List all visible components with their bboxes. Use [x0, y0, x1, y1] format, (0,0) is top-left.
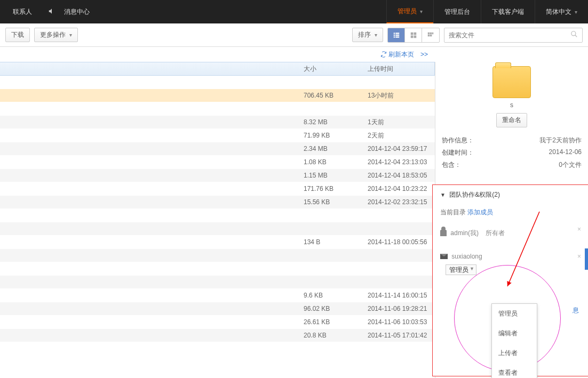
- more-actions-button[interactable]: 更多操作 ▾: [34, 28, 78, 42]
- sort-button[interactable]: 排序 ▾: [352, 28, 383, 42]
- search-input[interactable]: [449, 31, 570, 39]
- role-option-editor[interactable]: 编辑者: [492, 324, 537, 343]
- table-row[interactable]: 71.99 KB2天前: [0, 129, 435, 142]
- cell-time: 13小时前: [365, 91, 435, 100]
- view-grid-button[interactable]: [405, 28, 422, 42]
- col-size-header[interactable]: 大小: [301, 62, 365, 75]
- user-icon: [440, 230, 447, 236]
- svg-rect-7: [414, 32, 416, 35]
- table-row[interactable]: [0, 262, 435, 276]
- current-dir-label: 当前目录: [440, 208, 466, 216]
- svg-line-16: [575, 35, 577, 37]
- table-row[interactable]: 9.6 KB2014-11-14 16:00:15: [0, 289, 435, 302]
- cell-size: 1.15 MB: [301, 172, 365, 179]
- tab-admin[interactable]: 管理员 ▾: [386, 0, 433, 23]
- toolbar: 下载 更多操作 ▾ 排序 ▾: [0, 23, 588, 47]
- folder-name: s: [435, 101, 588, 109]
- table-row[interactable]: 171.76 KB2014-12-04 10:23:22: [0, 182, 435, 196]
- role-option-viewer[interactable]: 查看者: [492, 363, 537, 378]
- collab-header[interactable]: ▼ 团队协作&权限(2): [440, 190, 581, 199]
- cell-time: 2014-12-04 23:13:03: [365, 158, 435, 166]
- svg-rect-9: [414, 35, 416, 38]
- svg-rect-14: [430, 34, 432, 36]
- more-actions-label: 更多操作: [40, 31, 66, 38]
- member-role: 所有者: [486, 229, 505, 238]
- role-option-uploader[interactable]: 上传者: [492, 343, 537, 363]
- cell-size: 96.02 KB: [301, 305, 365, 312]
- remove-member-button[interactable]: ×: [577, 226, 581, 233]
- search-box[interactable]: [444, 28, 583, 43]
- info-badge[interactable]: 息: [573, 306, 579, 315]
- table-row[interactable]: 8.32 MB1天前: [0, 116, 435, 129]
- chevron-down-icon: ▾: [575, 9, 577, 15]
- file-list-area: 大小 上传时间 706.45 KB13小时前8.32 MB1天前71.99 KB…: [0, 62, 435, 378]
- refresh-link[interactable]: 刷新本页: [380, 50, 414, 59]
- message-center-link[interactable]: 消息中心: [64, 7, 90, 17]
- view-large-button[interactable]: [422, 28, 439, 42]
- contacts-link[interactable]: 联系人: [13, 7, 32, 17]
- collab-info-label: 协作信息：: [442, 136, 474, 145]
- cell-time: 2014-12-04 10:23:22: [365, 185, 435, 192]
- add-member-link[interactable]: 添加成员: [467, 208, 493, 216]
- table-row[interactable]: 96.02 KB2014-11-06 19:28:21: [0, 302, 435, 316]
- view-toggle: [387, 28, 440, 43]
- view-list-button[interactable]: [388, 28, 405, 42]
- table-row[interactable]: 706.45 KB13小时前: [0, 89, 435, 102]
- refresh-expand-link[interactable]: >>: [420, 51, 428, 58]
- details-panel: s 重命名 协作信息：我于2天前协作 创建时间：2014-12-06 包含：0个…: [435, 62, 588, 378]
- cell-size: 15.56 KB: [301, 198, 365, 206]
- table-row[interactable]: 134 B2014-11-18 00:05:56: [0, 236, 435, 249]
- download-button[interactable]: 下载: [5, 28, 30, 42]
- table-row[interactable]: 1.08 KB2014-12-04 23:13:03: [0, 156, 435, 169]
- svg-line-17: [507, 212, 539, 286]
- svg-point-15: [571, 31, 576, 36]
- chevron-down-icon: ▼: [470, 266, 474, 271]
- table-row[interactable]: [0, 276, 435, 289]
- table-row[interactable]: [0, 222, 435, 236]
- cell-size: 20.8 KB: [301, 332, 365, 339]
- header-right: 管理员 ▾ 管理后台 下载客户端 简体中文 ▾: [386, 0, 588, 23]
- table-row[interactable]: [0, 102, 435, 116]
- refresh-row: 刷新本页 >>: [0, 47, 588, 62]
- content-area: 大小 上传时间 706.45 KB13小时前8.32 MB1天前71.99 KB…: [0, 62, 588, 378]
- table-row[interactable]: 2.34 MB2014-12-04 23:59:17: [0, 142, 435, 156]
- table-row[interactable]: 1.15 MB2014-12-04 18:53:05: [0, 169, 435, 182]
- table-row[interactable]: [0, 76, 435, 89]
- chevron-down-icon: ▾: [420, 9, 423, 14]
- cell-time: 2014-12-04 23:59:17: [365, 145, 435, 152]
- tab-backend[interactable]: 管理后台: [433, 0, 481, 23]
- svg-rect-2: [393, 34, 394, 35]
- cell-time: 2014-11-05 17:01:42: [365, 332, 435, 339]
- search-icon[interactable]: [570, 30, 578, 39]
- tab-language[interactable]: 简体中文 ▾: [535, 0, 588, 23]
- table-row[interactable]: 15.56 KB2014-12-02 23:32:15: [0, 196, 435, 209]
- refresh-label: 刷新本页: [388, 51, 414, 58]
- role-option-admin[interactable]: 管理员: [492, 304, 537, 324]
- create-time-label: 创建时间：: [442, 148, 474, 157]
- role-dropdown: 管理员 编辑者 上传者 查看者: [491, 303, 537, 378]
- folder-icon: [492, 66, 531, 98]
- svg-rect-12: [432, 32, 433, 34]
- cell-size: 26.61 KB: [301, 318, 365, 326]
- col-time-header[interactable]: 上传时间: [365, 62, 435, 75]
- cell-size: 2.34 MB: [301, 145, 365, 152]
- tab-download-client[interactable]: 下载客户端: [481, 0, 535, 23]
- table-row[interactable]: [0, 209, 435, 222]
- table-row[interactable]: 26.61 KB2014-11-06 10:03:53: [0, 316, 435, 329]
- annotation-arrow: [502, 206, 545, 292]
- remove-member-button[interactable]: ×: [577, 253, 581, 260]
- svg-rect-3: [395, 34, 399, 35]
- role-select[interactable]: 管理员 ▼: [446, 264, 476, 275]
- table-row[interactable]: 20.8 KB2014-11-05 17:01:42: [0, 329, 435, 342]
- table-row[interactable]: [0, 249, 435, 262]
- member-admin: admin(我) × 所有者: [440, 226, 581, 238]
- cell-size: 134 B: [301, 238, 365, 246]
- cell-size: 706.45 KB: [301, 92, 365, 99]
- rename-button[interactable]: 重命名: [496, 113, 527, 127]
- tab-admin-label: 管理员: [398, 7, 417, 16]
- col-name-header[interactable]: [0, 62, 301, 75]
- edge-tab[interactable]: [585, 248, 588, 270]
- tab-language-label: 简体中文: [546, 7, 571, 17]
- toolbar-right: 排序 ▾: [352, 28, 583, 43]
- triangle-down-icon: ▼: [440, 192, 446, 198]
